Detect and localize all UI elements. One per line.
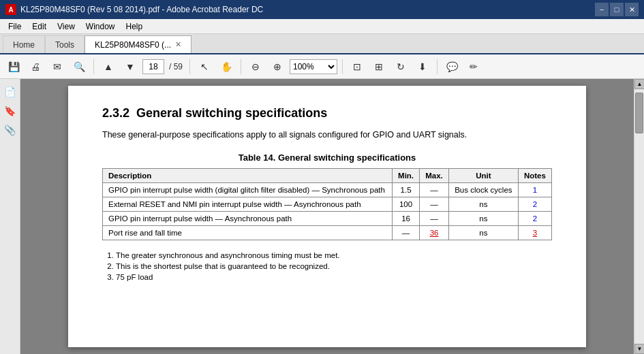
cell-max: 36 [420, 225, 449, 240]
zoom-in-button[interactable]: ⊕ [268, 57, 287, 76]
cell-note: 3 [518, 225, 551, 240]
menu-edit[interactable]: Edit [27, 20, 52, 33]
next-page-button[interactable]: ▼ [121, 57, 140, 76]
menu-view[interactable]: View [52, 20, 80, 33]
fit-page-button[interactable]: ⊡ [348, 57, 367, 76]
cell-note: 1 [518, 182, 551, 197]
table-row: External RESET and NMI pin interrupt pul… [103, 197, 552, 211]
sidebar-page-icon[interactable]: 📄 [3, 84, 18, 99]
select-tool-button[interactable]: ↖ [195, 57, 214, 76]
print-button[interactable]: 🖨 [26, 57, 45, 76]
pdf-page: 2.3.2 General switching specifications T… [68, 86, 586, 347]
zoom-out-button[interactable]: ⊖ [246, 57, 265, 76]
email-button[interactable]: ✉ [48, 57, 67, 76]
specs-table: Description Min. Max. Unit Notes GPIO pi… [102, 168, 552, 240]
tab-document[interactable]: KL25P80M48SF0 (... ✕ [85, 35, 191, 53]
note-item: 75 pF load [116, 273, 552, 281]
cell-unit: Bus clock cycles [448, 182, 518, 197]
scroll-up-button[interactable]: ▲ [634, 79, 644, 89]
col-header-unit: Unit [448, 168, 518, 182]
note-item: This is the shortest pulse that is guara… [116, 262, 552, 270]
fit-width-button[interactable]: ⊞ [369, 57, 388, 76]
close-button[interactable]: ✕ [625, 3, 639, 16]
scroll-track[interactable] [634, 89, 644, 344]
cell-unit: ns [448, 197, 518, 211]
cell-note: 2 [518, 197, 551, 211]
col-header-notes: Notes [518, 168, 551, 182]
col-header-description: Description [103, 168, 393, 182]
table-caption: Table 14. General switching specificatio… [102, 152, 552, 163]
note-item: The greater synchronous and asynchronous… [116, 251, 552, 259]
toolbar: 💾 🖨 ✉ 🔍 ▲ ▼ / 59 ↖ ✋ ⊖ ⊕ 100% 75% 125% 1… [0, 54, 644, 79]
page-number-input[interactable] [142, 59, 164, 74]
tab-close-icon[interactable]: ✕ [175, 40, 181, 49]
hand-tool-button[interactable]: ✋ [217, 57, 236, 76]
sidebar-attach-icon[interactable]: 📎 [3, 123, 18, 138]
save-button[interactable]: 💾 [4, 57, 23, 76]
menu-file[interactable]: File [3, 20, 27, 33]
cell-description: GPIO pin interrupt pulse width (digital … [103, 182, 393, 197]
cell-max: — [420, 182, 449, 197]
scroll-down-button[interactable]: ▼ [634, 344, 644, 354]
cell-max: — [420, 197, 449, 211]
col-header-max: Max. [420, 168, 449, 182]
draw-button[interactable]: ✏ [464, 57, 483, 76]
search-button[interactable]: 🔍 [70, 57, 89, 76]
table-row: GPIO pin interrupt pulse width — Asynchr… [103, 211, 552, 225]
cell-min: 100 [392, 197, 419, 211]
tab-tools[interactable]: Tools [45, 35, 85, 53]
col-header-min: Min. [392, 168, 419, 182]
rotate-button[interactable]: ↻ [391, 57, 410, 76]
menu-bar: File Edit View Window Help [0, 19, 644, 34]
main-area: 📄 🔖 📎 2.3.2 General switching specificat… [0, 79, 644, 354]
notes-section: The greater synchronous and asynchronous… [102, 251, 552, 281]
maximize-button[interactable]: □ [610, 3, 624, 16]
prev-page-button[interactable]: ▲ [99, 57, 118, 76]
cell-max: — [420, 211, 449, 225]
left-sidebar: 📄 🔖 📎 [0, 79, 20, 354]
comment-button[interactable]: 💬 [442, 57, 461, 76]
menu-window[interactable]: Window [80, 20, 121, 33]
cell-note: 2 [518, 211, 551, 225]
export-button[interactable]: ⬇ [413, 57, 432, 76]
cell-unit: ns [448, 225, 518, 240]
section-intro: These general-purpose specifications app… [102, 129, 552, 142]
app-icon: A [5, 4, 16, 15]
title-bar: A KL25P80M48SF0 (Rev 5 08 2014).pdf - Ad… [0, 0, 644, 19]
minimize-button[interactable]: − [595, 3, 609, 16]
right-scrollbar[interactable]: ▲ ▼ [634, 79, 644, 354]
window-title: KL25P80M48SF0 (Rev 5 08 2014).pdf - Adob… [20, 5, 263, 14]
scroll-thumb[interactable] [635, 93, 643, 133]
zoom-select[interactable]: 100% 75% 125% 150% [290, 59, 337, 74]
section-heading: 2.3.2 General switching specifications [102, 106, 552, 120]
sidebar-bookmark-icon[interactable]: 🔖 [3, 103, 18, 118]
table-row: GPIO pin interrupt pulse width (digital … [103, 182, 552, 197]
cell-description: Port rise and fall time [103, 225, 393, 240]
tab-bar: Home Tools KL25P80M48SF0 (... ✕ [0, 34, 644, 54]
table-row: Port rise and fall time—36ns3 [103, 225, 552, 240]
cell-min: 1.5 [392, 182, 419, 197]
cell-min: 16 [392, 211, 419, 225]
menu-help[interactable]: Help [121, 20, 149, 33]
total-pages: / 59 [167, 62, 185, 71]
cell-min: — [392, 225, 419, 240]
cell-description: External RESET and NMI pin interrupt pul… [103, 197, 393, 211]
cell-description: GPIO pin interrupt pulse width — Asynchr… [103, 211, 393, 225]
cell-unit: ns [448, 211, 518, 225]
tab-home[interactable]: Home [3, 35, 45, 53]
